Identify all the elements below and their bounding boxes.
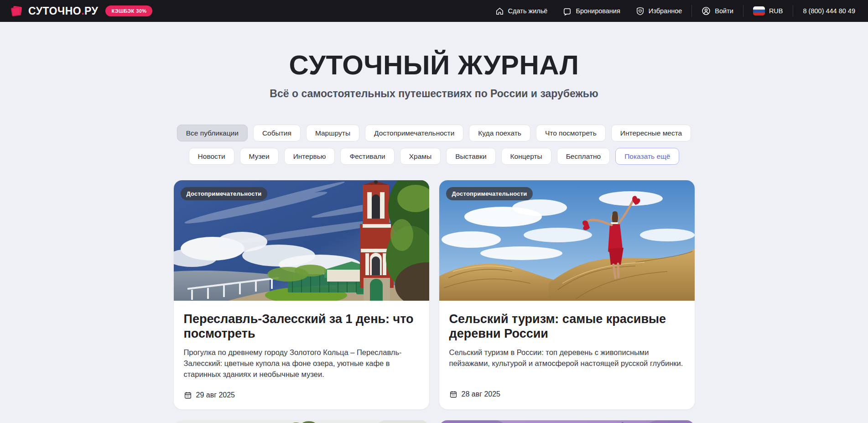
filter-free[interactable]: Бесплатно bbox=[557, 148, 610, 165]
top-nav: Сдать жильё Бронирования Избранное bbox=[488, 5, 855, 17]
journal-hero: СУТОЧНЫЙ ЖУРНАЛ Всё о самостоятельных пу… bbox=[0, 49, 868, 100]
filter-concerts[interactable]: Концерты bbox=[501, 148, 551, 165]
support-phone[interactable]: 8 (800) 444 80 49 bbox=[795, 7, 855, 15]
currency-selector[interactable]: RUB bbox=[745, 6, 791, 16]
divider bbox=[793, 5, 793, 17]
nav-login[interactable]: Войти bbox=[694, 6, 741, 16]
article-description: Сельский туризм в России: топ деревень с… bbox=[449, 347, 685, 369]
category-badge: Достопримечательности bbox=[181, 187, 268, 200]
calendar-icon bbox=[449, 390, 457, 398]
nav-favorites[interactable]: Избранное bbox=[628, 7, 690, 16]
logo[interactable]: СУТОЧНО.РУ bbox=[10, 5, 98, 17]
filter-temples[interactable]: Храмы bbox=[400, 148, 441, 165]
filter-where-to-go[interactable]: Куда поехать bbox=[469, 125, 530, 141]
filter-row-1: Все публикации События Маршруты Достопри… bbox=[177, 125, 691, 141]
filter-what-to-see[interactable]: Что посмотреть bbox=[536, 125, 606, 141]
article-title[interactable]: Переславль-Залесский за 1 день: что посм… bbox=[184, 312, 419, 341]
filter-routes[interactable]: Маршруты bbox=[306, 125, 359, 141]
filter-exhibitions[interactable]: Выставки bbox=[446, 148, 495, 165]
house-icon bbox=[495, 7, 504, 16]
divider bbox=[691, 5, 692, 17]
logo-icon bbox=[10, 5, 24, 17]
articles-grid: Достопримечательности Переславль-Залесск… bbox=[174, 180, 695, 423]
page-title: СУТОЧНЫЙ ЖУРНАЛ bbox=[0, 49, 868, 81]
page-subtitle: Всё о самостоятельных путешествиях по Ро… bbox=[0, 88, 868, 100]
filter-interviews[interactable]: Интервью bbox=[284, 148, 335, 165]
calendar-icon bbox=[184, 391, 192, 399]
user-icon bbox=[702, 6, 711, 16]
nav-bookings[interactable]: Бронирования bbox=[555, 7, 628, 16]
article-title[interactable]: Сельский туризм: самые красивые деревни … bbox=[449, 312, 685, 341]
article-card-where-to-go[interactable]: Куда поехать bbox=[174, 420, 429, 423]
article-date: 29 авг 2025 bbox=[184, 391, 419, 399]
top-bar: СУТОЧНО.РУ КЭШБЭК 30% Сдать жильё Бронир… bbox=[0, 0, 868, 22]
russia-flag-icon bbox=[753, 6, 765, 16]
heart-badge-icon bbox=[636, 7, 645, 16]
filter-interesting-places[interactable]: Интересные места bbox=[611, 125, 691, 141]
nav-rent-out[interactable]: Сдать жильё bbox=[488, 7, 556, 16]
filter-row-2: Новости Музеи Интервью Фестивали Храмы В… bbox=[189, 148, 680, 165]
divider bbox=[743, 5, 743, 17]
filter-festivals[interactable]: Фестивали bbox=[340, 148, 394, 165]
filter-events[interactable]: События bbox=[253, 125, 301, 141]
article-card-pereslavl[interactable]: Достопримечательности Переславль-Залесск… bbox=[174, 180, 429, 409]
category-filters: Все публикации События Маршруты Достопри… bbox=[0, 125, 868, 165]
logo-text: СУТОЧНО.РУ bbox=[28, 5, 98, 17]
cashback-badge[interactable]: КЭШБЭК 30% bbox=[105, 5, 152, 16]
filter-museums[interactable]: Музеи bbox=[240, 148, 279, 165]
show-more-button[interactable]: Показать ещё bbox=[615, 148, 679, 165]
article-description: Прогулка по древнему городу Золотого Кол… bbox=[184, 347, 419, 380]
article-card-tips[interactable]: Советы ★★★★★ bbox=[439, 420, 695, 423]
filter-all-publications[interactable]: Все публикации bbox=[177, 125, 248, 141]
article-image-pereslavl: Достопримечательности bbox=[174, 180, 429, 301]
article-image-tower: Куда поехать bbox=[174, 420, 429, 423]
category-badge: Достопримечательности bbox=[446, 187, 533, 200]
article-card-rural-tourism[interactable]: Достопримечательности Сельский туризм: с… bbox=[439, 180, 695, 409]
filter-sights[interactable]: Достопримечательности bbox=[365, 125, 463, 141]
briefcase-icon bbox=[563, 7, 572, 16]
article-date: 28 авг 2025 bbox=[449, 390, 685, 398]
article-image-rural: Достопримечательности bbox=[439, 180, 695, 301]
article-image-illustration: Советы ★★★★★ bbox=[439, 420, 695, 423]
filter-news[interactable]: Новости bbox=[189, 148, 234, 165]
